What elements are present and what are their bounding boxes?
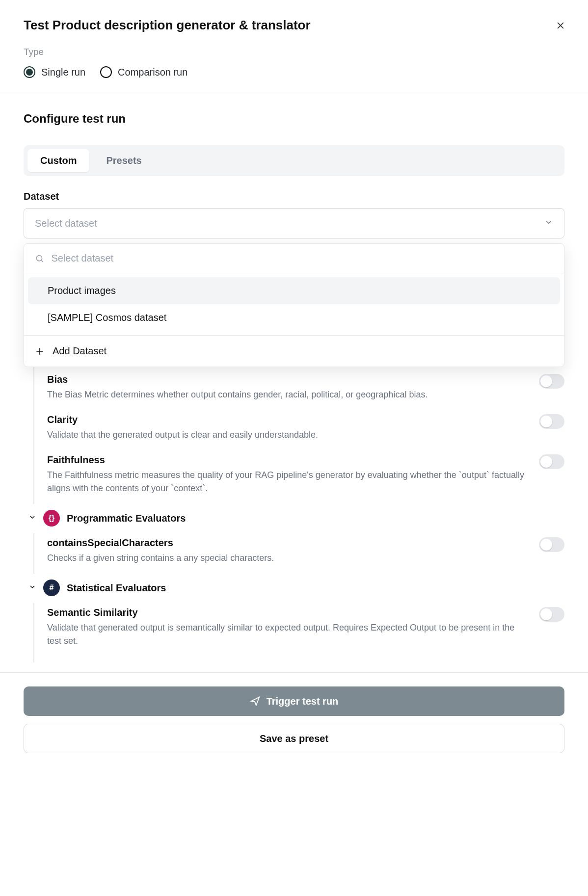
dataset-search-row	[24, 244, 564, 273]
plus-icon	[35, 346, 45, 356]
evaluator-title: containsSpecialCharacters	[47, 537, 527, 549]
evaluator-desc: Validate that generated output is semant…	[47, 621, 527, 648]
config-tabs: Custom Presets	[24, 145, 564, 176]
evaluator-desc: Validate that the generated output is cl…	[47, 428, 527, 442]
dataset-select[interactable]: Select dataset	[24, 208, 564, 238]
test-run-modal: Test Product description generator & tra…	[0, 0, 588, 773]
modal-title: Test Product description generator & tra…	[24, 18, 564, 33]
radio-single-run[interactable]: Single run	[24, 66, 85, 78]
evaluator-toggle[interactable]	[539, 537, 564, 552]
modal-footer: Trigger test run Save as preset	[0, 672, 588, 773]
evaluator-contains-special: containsSpecialCharacters Checks if a gi…	[33, 533, 564, 574]
radio-comparison-label: Comparison run	[118, 67, 187, 78]
radio-checked-icon	[24, 66, 35, 78]
chevron-down-icon	[544, 218, 553, 229]
configure-title: Configure test run	[24, 112, 564, 126]
trigger-label: Trigger test run	[267, 696, 339, 707]
run-type-radios: Single run Comparison run	[24, 66, 564, 78]
evaluator-toggle[interactable]	[539, 414, 564, 429]
svg-line-1	[41, 260, 43, 262]
dataset-option[interactable]: Product images	[28, 277, 560, 304]
evaluator-list: Bias The Bias Metric determines whether …	[24, 366, 564, 662]
tab-presets[interactable]: Presets	[93, 149, 154, 172]
chevron-down-icon	[28, 583, 36, 593]
dataset-dropdown: Product images [SAMPLE] Cosmos dataset A…	[24, 243, 564, 367]
evaluator-clarity: Clarity Validate that the generated outp…	[33, 410, 564, 450]
group-title: Statistical Evaluators	[67, 582, 166, 594]
modal-body: Configure test run Custom Presets Datase…	[0, 92, 588, 672]
add-dataset-label: Add Dataset	[53, 345, 107, 357]
group-statistical[interactable]: # Statistical Evaluators	[28, 574, 564, 603]
add-dataset-button[interactable]: Add Dataset	[24, 335, 564, 367]
chevron-down-icon	[28, 513, 36, 523]
close-button[interactable]	[555, 20, 566, 31]
type-label: Type	[24, 47, 564, 57]
dataset-options: Product images [SAMPLE] Cosmos dataset	[24, 273, 564, 335]
evaluator-bias: Bias The Bias Metric determines whether …	[33, 366, 564, 410]
radio-comparison-run[interactable]: Comparison run	[100, 66, 187, 78]
send-icon	[250, 696, 261, 707]
evaluator-toggle[interactable]	[539, 454, 564, 469]
radio-unchecked-icon	[100, 66, 112, 78]
group-programmatic[interactable]: {} Programmatic Evaluators	[28, 504, 564, 533]
group-title: Programmatic Evaluators	[67, 513, 186, 524]
evaluator-desc: The Faithfulness metric measures the qua…	[47, 469, 527, 495]
evaluator-desc: Checks if a given string contains a any …	[47, 552, 527, 565]
save-label: Save as preset	[260, 733, 328, 744]
braces-icon: {}	[43, 510, 60, 527]
evaluator-toggle[interactable]	[539, 607, 564, 622]
evaluator-faithfulness: Faithfulness The Faithfulness metric mea…	[33, 450, 564, 504]
tab-custom[interactable]: Custom	[27, 149, 89, 172]
evaluator-title: Bias	[47, 374, 527, 385]
evaluator-title: Semantic Similarity	[47, 607, 527, 618]
close-icon	[556, 21, 565, 30]
dataset-placeholder: Select dataset	[35, 218, 97, 229]
evaluator-desc: The Bias Metric determines whether outpu…	[47, 388, 527, 401]
svg-point-0	[36, 255, 42, 261]
radio-single-label: Single run	[41, 67, 85, 78]
modal-header: Test Product description generator & tra…	[0, 0, 588, 92]
dataset-label: Dataset	[24, 191, 564, 202]
evaluator-toggle[interactable]	[539, 374, 564, 389]
evaluator-title: Clarity	[47, 414, 527, 425]
hash-icon: #	[43, 580, 60, 596]
save-as-preset-button[interactable]: Save as preset	[24, 724, 564, 753]
search-icon	[35, 254, 44, 264]
dataset-option[interactable]: [SAMPLE] Cosmos dataset	[28, 304, 560, 331]
evaluator-semantic-similarity: Semantic Similarity Validate that genera…	[33, 603, 564, 662]
trigger-test-run-button[interactable]: Trigger test run	[24, 686, 564, 716]
dataset-search-input[interactable]	[51, 253, 553, 264]
evaluator-title: Faithfulness	[47, 454, 527, 466]
